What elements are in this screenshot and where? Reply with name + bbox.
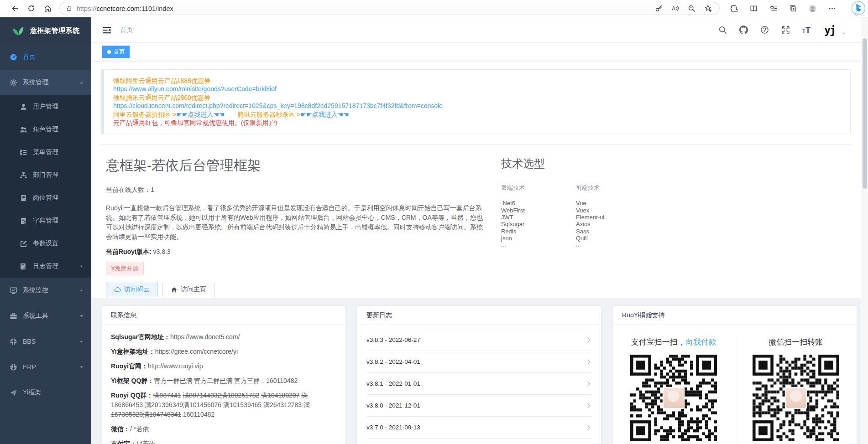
sidebar-item-home[interactable]: 首页 xyxy=(0,44,91,70)
chevron-right-icon xyxy=(586,359,592,365)
contact-label: Yi框架 QQ群： xyxy=(111,377,154,384)
favorites-icon xyxy=(769,5,777,12)
address-bar[interactable]: https://ccnetcore.com:1101/index A xyxy=(59,2,720,15)
menu-fold-icon[interactable] xyxy=(102,26,111,35)
notice-line: https://cloud.tencent.com/redirect.php?r… xyxy=(113,102,841,110)
notice-line: 领取阿里云通用云产品1888优惠券 xyxy=(113,77,841,85)
back-button[interactable] xyxy=(6,2,23,15)
sidebar-item-param-settings[interactable]: 参数设置 xyxy=(0,232,91,255)
notice-text: 云产品通用红包，可叠加官网常规优惠使用。(仅限新用户) xyxy=(113,119,277,126)
donate-card-body: 支付宝扫一扫，向我付款 微信扫一扫转账 xyxy=(613,325,857,444)
contact-value: / *若依 xyxy=(130,425,149,433)
app-logo[interactable]: 意框架管理系统 xyxy=(0,17,91,44)
font-size-button[interactable]: TT xyxy=(802,26,810,34)
sidebar-item-role-mgmt[interactable]: 角色管理 xyxy=(0,118,91,141)
sidebar-item-system-monitor[interactable]: 系统监控 xyxy=(0,278,91,303)
visit-gitee-button[interactable]: 访问码云 xyxy=(106,282,158,297)
changelog-row[interactable]: v3.8.1 - 2022-01-01 xyxy=(366,373,592,395)
add-favorite-button[interactable] xyxy=(701,2,715,15)
sidebar-item-yi-framework[interactable]: Yi框架 xyxy=(0,380,91,405)
sidebar-item-bbs[interactable]: BBS xyxy=(0,329,91,354)
password-key-button[interactable] xyxy=(652,2,665,15)
pay-me-link[interactable]: 向我付款 xyxy=(685,338,716,346)
bing-discover-button[interactable] xyxy=(850,0,867,17)
read-aloud-button[interactable]: A xyxy=(668,2,682,15)
tech-item: Vue xyxy=(576,200,604,207)
wechat-column: 微信扫一扫转账 xyxy=(735,337,857,444)
settings-menu-button[interactable] xyxy=(826,2,838,15)
browser-toolbar: https://ccnetcore.com:1101/index A xyxy=(0,0,868,17)
sidebar-item-log-mgmt[interactable]: 日志管理 xyxy=(0,255,91,278)
extensions-icon xyxy=(730,5,738,12)
sidebar-item-label: ERP xyxy=(23,363,36,371)
contact-row: Ruoyi QQ群：满937441 满887144332满180251782 满… xyxy=(111,391,336,419)
browser-home-button[interactable] xyxy=(39,2,56,15)
top-navbar: 首页 TT yj xyxy=(91,17,861,43)
collections-button[interactable] xyxy=(787,2,799,15)
tags-view-bar: 首页 xyxy=(91,43,861,61)
fullscreen-icon xyxy=(781,26,790,34)
contact-value: https://gitee.com/ccnetcore/yi xyxy=(155,348,238,355)
notice-text: 阿里云服务器折扣区 > xyxy=(113,111,176,118)
page-content: 领取阿里云通用云产品1888优惠券https://www.aliyun.com/… xyxy=(91,61,861,444)
dashboard-icon xyxy=(10,53,17,61)
refresh-button[interactable] xyxy=(23,2,39,15)
caret-down-icon[interactable] xyxy=(842,31,846,36)
tab-label: 首页 xyxy=(114,48,125,56)
changelog-row[interactable]: v3.8.3 - 2022-06-27 xyxy=(366,329,592,351)
zoom-out-icon xyxy=(688,5,695,12)
alipay-column: 支付宝扫一扫，向我付款 xyxy=(613,337,735,444)
scrollbar-thumb[interactable] xyxy=(863,38,867,189)
page-scrollbar[interactable] xyxy=(861,17,868,444)
contact-value: 满101456076 xyxy=(183,401,221,408)
sidebar-item-dict-mgmt[interactable]: 字典管理 xyxy=(0,209,91,232)
sidebar-item-erp[interactable]: ERP xyxy=(0,354,91,380)
changelog-row[interactable]: v3.7.0 - 2021-09-13 xyxy=(366,417,592,439)
chevron-right-icon xyxy=(586,381,592,387)
notice-line: https://www.aliyun.com/minisite/goods?us… xyxy=(113,85,841,93)
extensions-button[interactable] xyxy=(728,2,740,15)
sidebar-item-system-tools[interactable]: 系统工具 xyxy=(0,303,91,329)
contact-value: 满937441 xyxy=(153,392,181,399)
url-text: https://ccnetcore.com:1101/index xyxy=(77,5,652,12)
tech-item: Sqlsugar xyxy=(501,221,525,227)
fullscreen-button[interactable] xyxy=(781,26,790,34)
sidebar-item-label: 系统工具 xyxy=(23,312,48,320)
sidebar-item-post-mgmt[interactable]: 岗位管理 xyxy=(0,186,91,209)
caret-down-icon xyxy=(79,339,84,344)
tech-item: Redis xyxy=(501,228,525,235)
contact-value: 满264312783 xyxy=(263,401,302,408)
notice-line: 领取腾讯云通用云产品2860优惠券 xyxy=(113,93,841,102)
split-screen-button[interactable] xyxy=(748,2,759,15)
notice-link[interactable]: ☛☛点我进入☚☚ xyxy=(300,111,349,118)
notice-text xyxy=(225,111,237,118)
changelog-row[interactable]: v3.8.0 - 2021-12-01 xyxy=(366,395,592,417)
tool-icon xyxy=(10,312,17,320)
favorites-button[interactable] xyxy=(767,2,779,15)
sidebar-item-system-mgmt[interactable]: 系统管理 xyxy=(0,70,91,95)
github-button[interactable] xyxy=(739,26,748,34)
help-button[interactable] xyxy=(760,26,769,34)
sidebar-item-dept-mgmt[interactable]: 部门管理 xyxy=(0,164,91,186)
notice-link[interactable]: https://www.aliyun.com/minisite/goods?us… xyxy=(113,85,277,93)
notice-link[interactable]: https://cloud.tencent.com/redirect.php?r… xyxy=(113,102,443,109)
breadcrumb[interactable]: 首页 xyxy=(120,26,133,34)
visit-homepage-button[interactable]: 访问主页 xyxy=(162,282,214,297)
changelog-row[interactable]: v3.8.2 - 2022-04-01 xyxy=(366,351,592,373)
chevron-right-icon xyxy=(586,337,592,343)
sidebar-item-menu-mgmt[interactable]: 菜单管理 xyxy=(0,141,91,164)
changelog-version: v3.8.0 - 2021-12-01 xyxy=(366,402,420,409)
user-avatar[interactable]: yj xyxy=(823,23,837,37)
tech-item: WebFirst xyxy=(501,207,525,214)
donate-card-header: RuoYi捐赠支持 xyxy=(613,306,857,325)
tab-首页[interactable]: 首页 xyxy=(102,46,130,58)
profile-button[interactable] xyxy=(806,2,818,15)
notice-text: 领取腾讯云通用云产品2860优惠券 xyxy=(113,94,210,101)
collections-icon xyxy=(789,5,797,12)
app-title: 意框架管理系统 xyxy=(30,26,80,35)
notice-link[interactable]: ☛☛点我进入☚☚ xyxy=(176,111,225,118)
contact-row: 微信：/ *若依 xyxy=(111,424,336,434)
sidebar-item-user-mgmt[interactable]: 用户管理 xyxy=(0,95,91,118)
search-button[interactable] xyxy=(718,26,727,34)
zoom-out-button[interactable] xyxy=(685,2,698,15)
